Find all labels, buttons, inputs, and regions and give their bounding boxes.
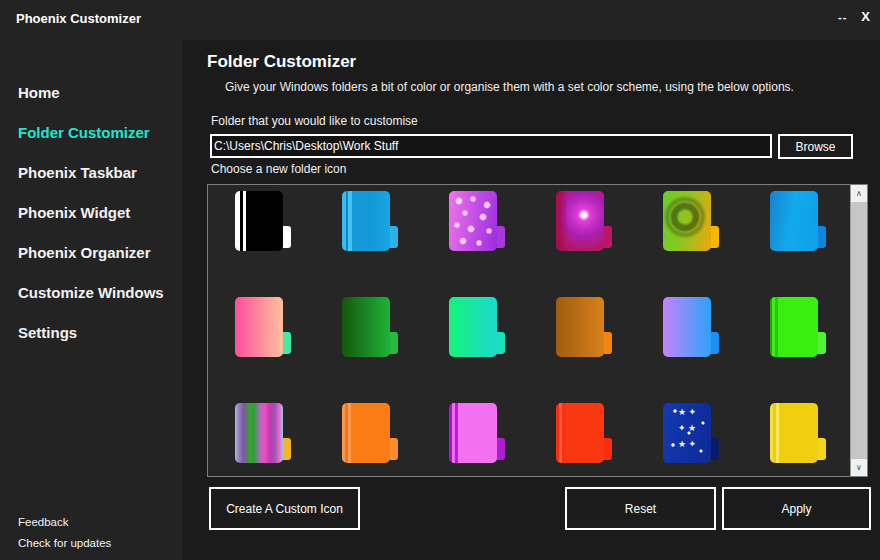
folder-path-input[interactable]: [210, 134, 772, 158]
folder-icon-rainbow-stripes[interactable]: [235, 403, 291, 463]
folder-icon-orange-stripes[interactable]: [342, 403, 398, 463]
folder-body: [235, 403, 283, 463]
apply-button[interactable]: Apply: [722, 487, 871, 530]
folder-body: [770, 403, 818, 463]
folder-body: [342, 403, 390, 463]
minimize-button[interactable]: --: [838, 11, 847, 23]
create-custom-icon-button[interactable]: Create A Custom Icon: [209, 487, 360, 530]
titlebar-controls: -- X: [838, 9, 870, 24]
folder-body: [770, 191, 818, 251]
sidebar-footer: FeedbackCheck for updates: [18, 512, 111, 554]
folder-icon-green-gradient[interactable]: [342, 297, 398, 357]
sidebar-item-phoenix-organizer[interactable]: Phoenix Organizer: [18, 240, 176, 266]
folder-body: [449, 403, 497, 463]
folder-icon-orchid-stripes[interactable]: [449, 403, 505, 463]
folder-body: [235, 297, 283, 357]
folder-icon-panel: ★ ✦ ✦ ★ ★ ✦ ∧ ∨: [207, 184, 868, 477]
browse-button[interactable]: Browse: [778, 134, 853, 159]
app-window: Phoenix Customizer -- X HomeFolder Custo…: [0, 0, 880, 560]
folder-body: [556, 191, 604, 251]
sidebar-item-home[interactable]: Home: [18, 80, 176, 106]
folder-icon-blue-stripes[interactable]: [342, 191, 398, 251]
folder-icon-violet-azure[interactable]: [663, 297, 719, 357]
sidebar-item-phoenix-widget[interactable]: Phoenix Widget: [18, 200, 176, 226]
window-title: Phoenix Customizer: [16, 11, 141, 26]
sidebar-link-check-for-updates[interactable]: Check for updates: [18, 533, 111, 554]
sidebar-item-settings[interactable]: Settings: [18, 320, 176, 346]
folder-icon-green-stripes[interactable]: [770, 297, 826, 357]
scroll-down-arrow-icon[interactable]: ∨: [851, 459, 867, 476]
folder-body: [770, 297, 818, 357]
sidebar-link-feedback[interactable]: Feedback: [18, 512, 111, 533]
titlebar: Phoenix Customizer -- X: [0, 0, 880, 40]
folder-icon-magenta-swirl[interactable]: [556, 191, 612, 251]
folder-icon-spring-cyan[interactable]: [449, 297, 505, 357]
folder-body: [556, 403, 604, 463]
folder-icon-azure[interactable]: [770, 191, 826, 251]
scrollbar-thumb[interactable]: [851, 202, 867, 459]
folder-body: [235, 191, 283, 251]
folder-body: [663, 297, 711, 357]
sidebar: HomeFolder CustomizerPhoenix TaskbarPhoe…: [0, 40, 182, 560]
folder-icon-starry-night[interactable]: ★ ✦ ✦ ★ ★ ✦: [663, 403, 719, 463]
folder-body: [449, 297, 497, 357]
folder-body: [342, 191, 390, 251]
scroll-up-arrow-icon[interactable]: ∧: [851, 185, 867, 202]
close-button[interactable]: X: [861, 9, 870, 24]
folder-path-label: Folder that you would like to customise: [211, 114, 418, 128]
folder-icon-bronze-orange[interactable]: [556, 297, 612, 357]
main-panel: Folder Customizer Give your Windows fold…: [182, 40, 880, 560]
folder-body: [556, 297, 604, 357]
folder-icon-gold-stripes[interactable]: [770, 403, 826, 463]
folder-body: [342, 297, 390, 357]
icon-picker-label: Choose a new folder icon: [211, 162, 346, 176]
sidebar-nav: HomeFolder CustomizerPhoenix TaskbarPhoe…: [18, 80, 176, 360]
folder-icon-black-white-stripes[interactable]: [235, 191, 291, 251]
folder-body: [449, 191, 497, 251]
folder-icon-pink-peach[interactable]: [235, 297, 291, 357]
folder-icon-green-gold-ring[interactable]: [663, 191, 719, 251]
folder-icon-red-stripes[interactable]: [556, 403, 612, 463]
sidebar-item-customize-windows[interactable]: Customize Windows: [18, 280, 176, 306]
page-title: Folder Customizer: [207, 52, 356, 72]
reset-button[interactable]: Reset: [565, 487, 716, 530]
folder-icon-grid: ★ ✦ ✦ ★ ★ ✦: [208, 185, 850, 476]
scrollbar[interactable]: ∧ ∨: [850, 185, 867, 476]
scrollbar-track[interactable]: [851, 202, 867, 459]
folder-body: [663, 403, 711, 463]
sidebar-item-phoenix-taskbar[interactable]: Phoenix Taskbar: [18, 160, 176, 186]
folder-body: [663, 191, 711, 251]
page-description: Give your Windows folders a bit of color…: [225, 80, 794, 94]
sidebar-item-folder-customizer[interactable]: Folder Customizer: [18, 120, 176, 146]
folder-icon-purple-dots[interactable]: [449, 191, 505, 251]
